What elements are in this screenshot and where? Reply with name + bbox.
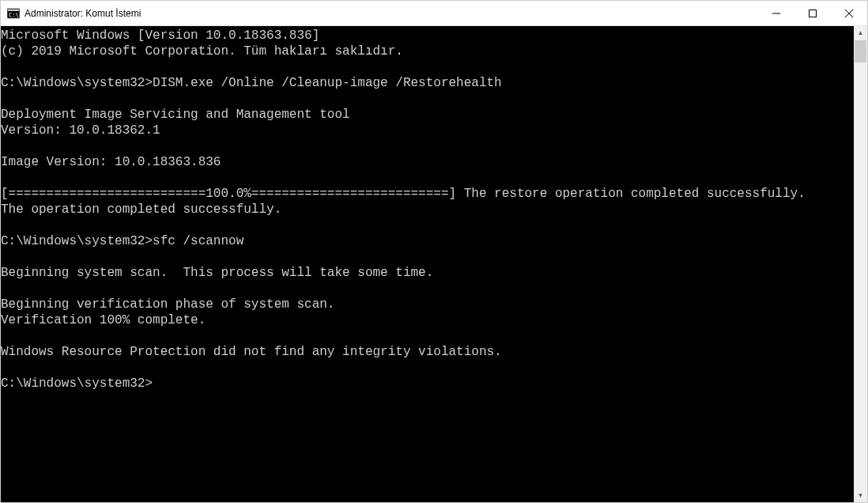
console-line [1,217,854,233]
console-line: Deployment Image Servicing and Managemen… [1,107,854,123]
console-line: Verification 100% complete. [1,312,854,328]
command-prompt-window: C:\ Administrator: Komut İstemi Microsof… [0,0,868,503]
console-line [1,360,854,376]
console-line: Windows Resource Protection did not find… [1,344,854,360]
svg-rect-4 [810,9,817,17]
console-line: [==========================100.0%=======… [1,186,854,202]
console-line: The operation completed successfully. [1,202,854,217]
console-line [1,328,854,344]
console-output[interactable]: Microsoft Windows [Version 10.0.18363.83… [1,26,854,502]
console-line [1,249,854,265]
console-line: Beginning system scan. This process will… [1,265,854,281]
app-icon: C:\ [7,7,20,20]
console-line [1,59,854,75]
client-area: Microsoft Windows [Version 10.0.18363.83… [1,26,867,502]
window-title: Administrator: Komut İstemi [25,8,758,19]
titlebar[interactable]: C:\ Administrator: Komut İstemi [1,1,867,26]
console-line: C:\Windows\system32>DISM.exe /Online /Cl… [1,75,854,91]
console-line: Beginning verification phase of system s… [1,297,854,312]
scrollbar-thumb[interactable] [855,40,866,62]
svg-rect-1 [8,9,19,11]
close-button[interactable] [831,1,867,25]
console-line: Image Version: 10.0.18363.836 [1,154,854,170]
console-line [1,91,854,107]
minimize-button[interactable] [758,1,794,25]
console-line [1,138,854,154]
console-line: C:\Windows\system32>sfc /scannow [1,233,854,249]
window-controls [758,1,867,25]
scroll-up-arrow[interactable]: ▲ [854,26,867,40]
vertical-scrollbar[interactable]: ▲ ▼ [854,26,867,502]
console-line: (c) 2019 Microsoft Corporation. Tüm hakl… [1,43,854,59]
console-line [1,281,854,297]
console-line: Microsoft Windows [Version 10.0.18363.83… [1,28,854,43]
console-line [1,170,854,186]
console-line: C:\Windows\system32> [1,376,854,391]
scroll-down-arrow[interactable]: ▼ [854,489,867,502]
maximize-button[interactable] [794,1,831,25]
console-line: Version: 10.0.18362.1 [1,123,854,138]
svg-text:C:\: C:\ [9,12,19,18]
